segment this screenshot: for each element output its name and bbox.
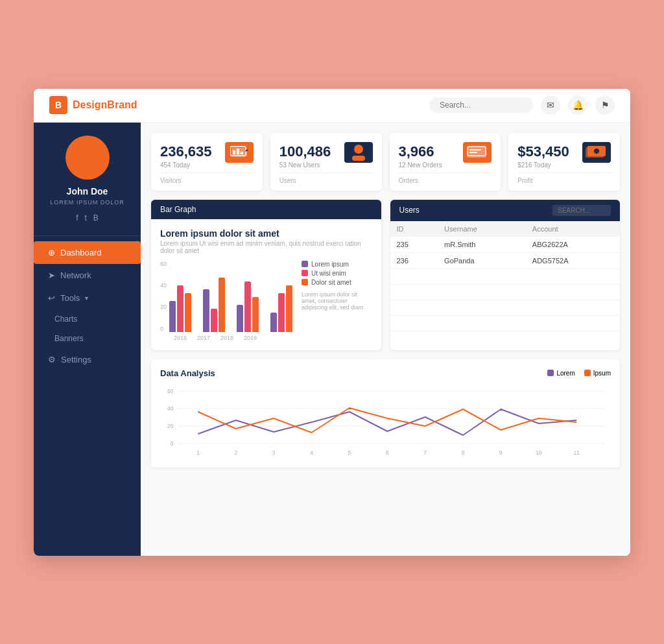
table-row xyxy=(390,315,621,331)
twitter-icon[interactable]: t xyxy=(84,213,86,222)
users-table-body: ID Username Account 235 mR.Smith ABG2622… xyxy=(390,221,621,331)
legend-dot-pink xyxy=(302,270,308,276)
bar-orange-2019 xyxy=(286,285,292,332)
bar-pink-2016 xyxy=(177,285,184,332)
content-area: 236,635 454 Today Visitors 100,486 53 Ne… xyxy=(141,123,630,556)
flag-icon[interactable]: ⚑ xyxy=(595,95,615,115)
logo-area: B DesignBrand xyxy=(49,96,429,114)
bar-group-2016 xyxy=(169,285,191,332)
profit-icon xyxy=(582,142,611,163)
sidebar-item-banners[interactable]: Banners xyxy=(34,329,141,348)
table-row xyxy=(390,268,621,284)
tools-icon: ↩ xyxy=(48,293,55,303)
bar-pink-2017 xyxy=(211,309,217,332)
legend-item-purple: Lorem ipsum xyxy=(302,261,372,268)
users-search-input[interactable] xyxy=(552,205,611,216)
svg-rect-10 xyxy=(469,149,481,150)
stat-cards: 236,635 454 Today Visitors 100,486 53 Ne… xyxy=(151,133,620,191)
dashboard-icon: ⊕ xyxy=(48,248,55,257)
cell-account-abg: ABG2622A xyxy=(526,237,620,253)
svg-text:40: 40 xyxy=(167,405,173,411)
bell-icon[interactable]: 🔔 xyxy=(568,95,587,115)
bar-purple-2016 xyxy=(169,301,176,332)
legend-dot-lorem xyxy=(547,370,554,376)
bar-graph-heading: Lorem ipsum dolor sit amet xyxy=(160,228,372,239)
stat-card-users: 100,486 53 New Users Users xyxy=(270,133,382,191)
svg-text:8: 8 xyxy=(462,449,465,455)
users-table: ID Username Account 235 mR.Smith ABG2622… xyxy=(390,221,621,331)
bar-chart-area xyxy=(169,261,292,332)
bar-purple-2017 xyxy=(203,289,209,332)
svg-text:5: 5 xyxy=(348,449,351,455)
users-icon xyxy=(344,142,373,163)
svg-text:7: 7 xyxy=(423,449,427,455)
bar-pink-2018 xyxy=(244,281,251,332)
bar-chart: 0 20 40 60 xyxy=(160,261,292,341)
bar-graph-desc: Lorem ipsum Ut wisi enim ad minim veniam… xyxy=(160,240,372,254)
brand-icon[interactable]: B xyxy=(93,213,99,222)
col-username: Username xyxy=(438,221,526,237)
table-row xyxy=(390,284,621,300)
bar-purple-2018 xyxy=(237,305,243,332)
users-table-header: Users xyxy=(390,200,621,221)
sidebar-item-dashboard[interactable]: ⊕ Dashboard xyxy=(34,241,141,264)
avatar xyxy=(65,136,110,180)
mail-icon[interactable]: ✉ xyxy=(541,95,560,115)
table-row[interactable]: 235 mR.Smith ABG2622A xyxy=(390,237,621,253)
bar-graph-header: Bar Graph xyxy=(151,200,381,219)
svg-text:10: 10 xyxy=(536,449,541,455)
sidebar-submenu-tools: Charts Banners xyxy=(34,309,141,348)
search-input[interactable] xyxy=(429,97,533,113)
svg-text:2: 2 xyxy=(234,449,237,455)
sidebar-item-tools[interactable]: ↩ Tools ▾ xyxy=(34,287,141,309)
header-right: ✉ 🔔 ⚑ xyxy=(429,95,615,115)
sidebar-item-settings[interactable]: ⚙ Settings xyxy=(34,348,141,371)
analysis-header: Data Analysis Lorem Ipsum xyxy=(160,368,611,378)
visitors-icon xyxy=(225,142,254,163)
legend-dot-purple xyxy=(302,261,308,267)
main-layout: John Doe LOREM IPSUM DOLOR f t B ⊕ Dashb… xyxy=(34,123,630,556)
svg-text:3: 3 xyxy=(272,449,276,455)
svg-point-14 xyxy=(594,149,599,154)
user-name: John Doe xyxy=(67,186,108,197)
network-icon: ➤ xyxy=(48,270,55,280)
middle-row: Bar Graph Lorem ipsum dolor sit amet Lor… xyxy=(151,200,620,350)
svg-text:20: 20 xyxy=(167,422,173,429)
stat-label-profit: Profit xyxy=(517,173,611,184)
cell-id-236: 236 xyxy=(390,252,438,268)
svg-rect-4 xyxy=(241,152,243,154)
svg-rect-7 xyxy=(352,156,365,161)
bar-group-2017 xyxy=(203,278,225,332)
bar-graph-body: Lorem ipsum dolor sit amet Lorem ipsum U… xyxy=(151,219,381,350)
users-table-title: Users xyxy=(399,206,420,215)
table-row[interactable]: 236 GoPanda ADG5752A xyxy=(390,252,621,268)
svg-text:11: 11 xyxy=(574,449,580,455)
logo-text: DesignBrand xyxy=(73,99,137,111)
facebook-icon[interactable]: f xyxy=(76,213,78,222)
cell-account-adg: ADG5752A xyxy=(526,252,620,268)
stat-card-orders: 3,966 12 New Orders Orders xyxy=(390,133,501,191)
stat-label-visitors: Visitors xyxy=(160,173,254,184)
bar-graph-card: Bar Graph Lorem ipsum dolor sit amet Lor… xyxy=(151,200,381,350)
stat-label-orders: Orders xyxy=(399,173,492,184)
analysis-title: Data Analysis xyxy=(160,368,215,378)
dashboard-wrapper: B DesignBrand ✉ 🔔 ⚑ John Doe LOREM IPSUM… xyxy=(34,89,630,556)
cell-id-235: 235 xyxy=(390,237,438,253)
legend-line-ipsum: Ipsum xyxy=(584,370,611,377)
svg-text:60: 60 xyxy=(167,387,173,394)
orders-icon xyxy=(463,142,492,163)
col-account: Account xyxy=(526,221,620,237)
svg-rect-2 xyxy=(233,150,235,154)
settings-icon: ⚙ xyxy=(48,355,56,364)
svg-text:6: 6 xyxy=(386,449,389,455)
sidebar-item-charts[interactable]: Charts xyxy=(34,309,141,329)
analysis-card: Data Analysis Lorem Ipsum xyxy=(151,359,620,468)
users-table-card: Users ID Username Account xyxy=(390,200,621,350)
bar-orange-2018 xyxy=(252,297,259,332)
svg-rect-11 xyxy=(469,152,477,153)
bar-legend: Lorem ipsum Ut wisi enim Dolor sit amet xyxy=(302,261,372,311)
cell-username-mrsmith: mR.Smith xyxy=(438,237,526,253)
table-row xyxy=(390,300,621,315)
sidebar-item-network[interactable]: ➤ Network xyxy=(34,264,141,287)
sidebar: John Doe LOREM IPSUM DOLOR f t B ⊕ Dashb… xyxy=(34,123,141,556)
